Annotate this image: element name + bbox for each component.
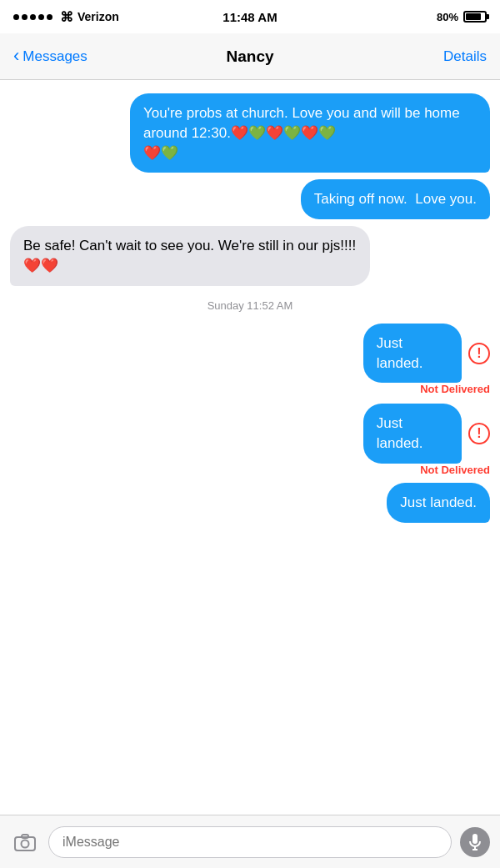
conversation-title: Nancy xyxy=(226,48,273,66)
message-row: Just landed. ! Not Delivered xyxy=(10,322,490,396)
wifi-icon: ⌘ xyxy=(60,9,73,25)
message-bubble: Just landed. xyxy=(363,324,462,384)
error-icon[interactable]: ! xyxy=(468,423,490,444)
signal-icon xyxy=(13,14,52,20)
message-row: Be safe! Can't wait to see you. We're st… xyxy=(10,226,490,286)
status-left: ⌘ Verizon xyxy=(13,9,119,25)
not-delivered-row: Just landed. ! xyxy=(358,404,490,464)
timestamp: Sunday 11:52 AM xyxy=(10,299,490,312)
message-bubble: Just landed. xyxy=(363,404,462,464)
not-delivered-label: Not Delivered xyxy=(420,383,490,395)
battery-icon xyxy=(463,11,487,23)
status-time: 11:48 AM xyxy=(222,10,277,24)
message-row: Just landed. ! Not Delivered xyxy=(10,402,490,476)
carrier-name: Verizon xyxy=(78,10,119,23)
svg-rect-3 xyxy=(472,834,478,844)
status-bar: ⌘ Verizon 11:48 AM 80% xyxy=(0,0,500,33)
message-bubble: Taking off now. Love you. xyxy=(301,179,490,219)
details-button[interactable]: Details xyxy=(443,48,487,65)
microphone-button[interactable] xyxy=(460,827,490,857)
not-delivered-row: Just landed. ! xyxy=(358,324,490,384)
message-row: Just landed. xyxy=(10,483,490,523)
nav-bar: ‹ Messages Nancy Details xyxy=(0,33,500,80)
message-input[interactable] xyxy=(48,826,452,858)
battery-percent: 80% xyxy=(437,11,458,23)
message-bubble: Be safe! Can't wait to see you. We're st… xyxy=(10,226,370,286)
not-delivered-label: Not Delivered xyxy=(420,464,490,476)
camera-button[interactable] xyxy=(10,827,40,857)
message-row: You're probs at church. Love you and wil… xyxy=(10,93,490,173)
back-chevron-icon: ‹ xyxy=(13,47,19,65)
message-bubble: Just landed. xyxy=(387,483,490,523)
status-right: 80% xyxy=(437,11,487,23)
messages-area: You're probs at church. Love you and wil… xyxy=(0,80,500,815)
svg-rect-0 xyxy=(15,837,35,850)
back-label: Messages xyxy=(22,48,87,65)
message-bubble: You're probs at church. Love you and wil… xyxy=(130,93,490,173)
back-button[interactable]: ‹ Messages xyxy=(13,48,88,65)
input-area xyxy=(0,815,500,868)
message-row: Taking off now. Love you. xyxy=(10,179,490,219)
error-icon[interactable]: ! xyxy=(468,343,490,364)
svg-point-1 xyxy=(22,840,29,847)
